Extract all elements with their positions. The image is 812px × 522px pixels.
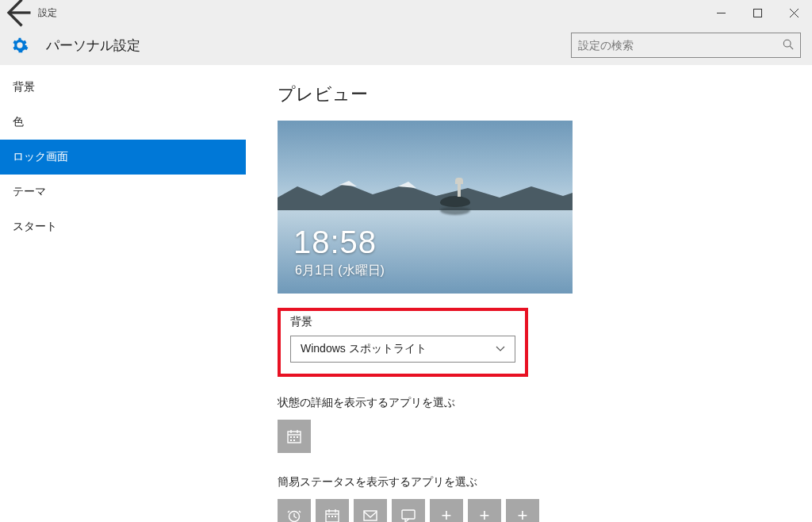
svg-rect-5 [297,436,298,438]
quick-status-app-4[interactable] [392,499,425,522]
background-dropdown[interactable]: Windows スポットライト [290,336,515,363]
lock-screen-preview: 18:58 6月1日 (水曜日) [278,121,573,294]
back-button[interactable] [0,0,35,25]
preview-time: 18:58 [293,225,377,260]
sidebar-item-lock-screen[interactable]: ロック画面 [0,140,246,175]
content: プレビュー 18:58 6月1日 (水曜日) 背景 Windows スポットライ… [246,65,812,522]
sidebar-item-themes[interactable]: テーマ [0,175,246,209]
quick-status-app-3[interactable] [354,499,387,522]
quick-status-app-2[interactable] [316,499,349,522]
svg-rect-14 [402,510,415,519]
sidebar-item-colors[interactable]: 色 [0,105,246,140]
sidebar-item-label: スタート [13,220,57,234]
svg-rect-11 [331,516,333,517]
search-input[interactable] [578,39,783,52]
quick-status-add-5[interactable]: + [430,499,463,522]
sidebar-item-label: 背景 [13,80,35,94]
plus-icon: + [480,505,490,522]
calendar-icon [286,428,302,444]
minimize-icon [717,9,726,17]
plus-icon: + [518,505,528,522]
detailed-status-label: 状態の詳細を表示するアプリを選ぶ [278,396,780,410]
search-box[interactable] [571,33,801,58]
sidebar-item-label: テーマ [13,185,46,199]
window-title: 設定 [35,6,57,20]
svg-rect-3 [290,436,292,438]
sidebar-item-background[interactable]: 背景 [0,70,246,105]
close-icon [790,9,799,17]
preview-island [440,196,470,207]
background-dropdown-value: Windows スポットライト [301,342,427,356]
search-icon [783,39,794,52]
svg-rect-10 [328,516,330,517]
mail-icon [362,508,378,522]
maximize-button[interactable] [739,0,776,25]
title-bar: 設定 [0,0,812,25]
background-setting-highlight: 背景 Windows スポットライト [278,308,528,377]
alarm-icon [286,508,302,522]
preview-date: 6月1日 (水曜日) [295,263,385,279]
quick-status-app-1[interactable] [278,499,311,522]
preview-tower [458,182,461,197]
background-label: 背景 [290,315,515,329]
svg-rect-0 [753,9,761,17]
chevron-down-icon [496,343,505,355]
quick-status-apps: + + + [278,499,780,522]
calendar-icon [324,508,340,522]
preview-heading: プレビュー [278,83,780,106]
svg-rect-7 [293,439,295,441]
sidebar-item-label: 色 [13,115,24,129]
detailed-status-app-1[interactable] [278,420,311,453]
svg-point-1 [783,40,791,47]
header: パーソナル設定 [0,25,812,65]
svg-rect-13 [364,511,377,520]
sidebar-item-start[interactable]: スタート [0,209,246,244]
plus-icon: + [442,505,452,522]
arrow-left-icon [0,0,35,30]
preview-mountains [278,178,573,210]
quick-status-label: 簡易ステータスを表示するアプリを選ぶ [278,475,780,489]
quick-status-add-7[interactable]: + [506,499,539,522]
sidebar-item-label: ロック画面 [13,150,68,164]
window-controls [703,0,812,25]
maximize-icon [753,9,762,17]
sidebar: 背景 色 ロック画面 テーマ スタート [0,65,246,522]
gear-icon [11,36,29,54]
minimize-button[interactable] [703,0,739,25]
quick-status-add-6[interactable]: + [468,499,501,522]
svg-rect-6 [290,439,292,441]
svg-rect-4 [293,436,295,438]
message-icon [400,508,416,522]
page-title: パーソナル設定 [46,36,140,55]
body: 背景 色 ロック画面 テーマ スタート プレビュー [0,65,812,522]
svg-rect-12 [335,516,336,517]
close-button[interactable] [776,0,812,25]
detailed-status-apps [278,420,780,453]
